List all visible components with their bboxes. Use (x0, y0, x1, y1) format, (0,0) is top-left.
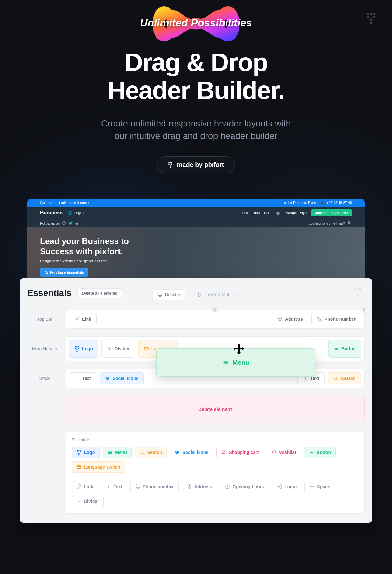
preview-language: 🌐 English (68, 211, 85, 215)
svg-rect-19 (359, 288, 361, 290)
search-icon (140, 450, 145, 455)
svg-rect-29 (78, 348, 79, 349)
gear-icon[interactable]: ⚙ (212, 307, 218, 313)
chip-divider[interactable]: Divider (102, 340, 135, 358)
heart-icon (271, 450, 276, 455)
svg-rect-26 (76, 346, 77, 347)
preview-phone: 📞 +06 48 48 87 40 (321, 201, 352, 205)
twitter-icon (175, 450, 180, 455)
svg-rect-48 (78, 450, 79, 451)
svg-rect-28 (75, 348, 76, 349)
preview-search: Looking for something?🔍 (309, 221, 352, 225)
svg-rect-35 (144, 348, 148, 350)
svg-rect-14 (158, 293, 162, 296)
space-icon (309, 484, 314, 489)
palette-language[interactable]: Language switch (72, 461, 125, 473)
svg-rect-53 (78, 454, 79, 455)
palette-address[interactable]: Address (182, 481, 217, 492)
preview-topbar-left: Get the most advanced theme › (40, 201, 89, 205)
phone-icon (135, 484, 140, 489)
login-icon (277, 484, 282, 489)
tablet-icon (197, 292, 202, 297)
pixfort-icon (76, 450, 81, 455)
delete-all-button[interactable]: Delete all elements (77, 288, 122, 298)
chip-phone[interactable]: Phone number (312, 313, 361, 325)
svg-rect-22 (357, 293, 359, 294)
chip-social[interactable]: Social icons (100, 372, 144, 384)
preview-follow: Follow us on ⓕ🐦◎ (40, 221, 79, 226)
chip-link[interactable]: Link (69, 313, 97, 325)
chip-logo[interactable]: Logo (69, 340, 98, 358)
preview-cta: Join the movement! (311, 209, 352, 216)
svg-rect-13 (170, 167, 171, 168)
svg-rect-27 (78, 346, 79, 347)
chip-search[interactable]: Search (328, 372, 361, 384)
svg-point-42 (334, 377, 337, 380)
svg-rect-7 (168, 162, 169, 163)
svg-rect-60 (77, 466, 81, 469)
chip-text[interactable]: Text (69, 372, 96, 384)
palette-divider[interactable]: Divider (72, 496, 104, 507)
link-icon (74, 317, 80, 322)
palette-hours[interactable]: Opening hours (220, 481, 269, 492)
svg-rect-20 (354, 291, 356, 292)
svg-rect-21 (359, 291, 361, 292)
palette-menu[interactable]: Menu (103, 447, 132, 458)
builder-title: Essentials (27, 288, 72, 298)
text-icon (303, 376, 308, 381)
delete-drop-zone[interactable]: Delete element (66, 395, 365, 423)
viewport-mobile-tab[interactable]: Tablet & Mobile (192, 290, 240, 300)
search-icon (333, 376, 338, 381)
pin-icon (187, 484, 192, 489)
hero-badge: Unlimited Possibilities (140, 17, 252, 29)
palette-phone[interactable]: Phone number (130, 481, 179, 492)
divider-icon (76, 499, 81, 504)
svg-point-64 (189, 486, 190, 487)
pin-icon (277, 317, 283, 322)
chip-button[interactable]: Button (328, 340, 361, 358)
svg-rect-59 (310, 452, 313, 453)
palette-link[interactable]: Link (72, 481, 98, 492)
row-label-stack: Stack (27, 376, 66, 381)
preview-brand: Business (40, 210, 63, 216)
viewport-desktop-tab[interactable]: Desktop (152, 289, 186, 300)
chip-address[interactable]: Address (272, 313, 308, 325)
hero-title: Drag & DropHeader Builder. (0, 48, 392, 104)
header-builder-panel: Essentials Delete all elements Desktop T… (20, 278, 372, 523)
link-icon (76, 484, 81, 489)
palette-social[interactable]: Social icons (170, 447, 213, 458)
svg-rect-17 (354, 288, 356, 290)
palette-search[interactable]: Search (135, 447, 167, 458)
svg-rect-18 (357, 288, 359, 290)
svg-rect-23 (357, 295, 359, 297)
gear-icon[interactable]: ⚙ (361, 307, 367, 313)
svg-point-57 (141, 451, 143, 454)
svg-rect-16 (198, 293, 200, 297)
palette-text[interactable]: Text (101, 481, 127, 492)
palette-space[interactable]: Space (304, 481, 335, 492)
text-icon (74, 376, 80, 381)
palette-login[interactable]: Login (272, 481, 301, 492)
twitter-icon (105, 376, 110, 381)
text-icon (106, 484, 111, 489)
button-icon (334, 346, 339, 351)
palette-button[interactable]: Button (304, 447, 336, 458)
desktop-icon (157, 292, 162, 297)
svg-rect-49 (80, 450, 81, 451)
palette-cart[interactable]: Shopping cart (216, 447, 263, 458)
topbar-drop-area[interactable]: ⚙ ⚙ Link Address Phone number (66, 310, 365, 329)
clock-icon (225, 484, 230, 489)
button-icon (309, 450, 314, 455)
preview-purchase-button: 🛍 Purchase Essentials (40, 268, 88, 277)
pixfort-logo-icon (354, 288, 362, 298)
svg-rect-37 (335, 348, 338, 350)
cart-icon (221, 450, 226, 455)
svg-rect-30 (76, 349, 77, 350)
move-cursor-icon (233, 343, 245, 355)
svg-rect-47 (77, 450, 78, 451)
palette-wishlist[interactable]: Wishlist (267, 447, 301, 458)
language-icon (76, 464, 81, 470)
phone-icon (317, 317, 322, 322)
palette-logo[interactable]: Logo (72, 447, 100, 458)
made-by-pill[interactable]: made by pixfort (157, 156, 235, 173)
